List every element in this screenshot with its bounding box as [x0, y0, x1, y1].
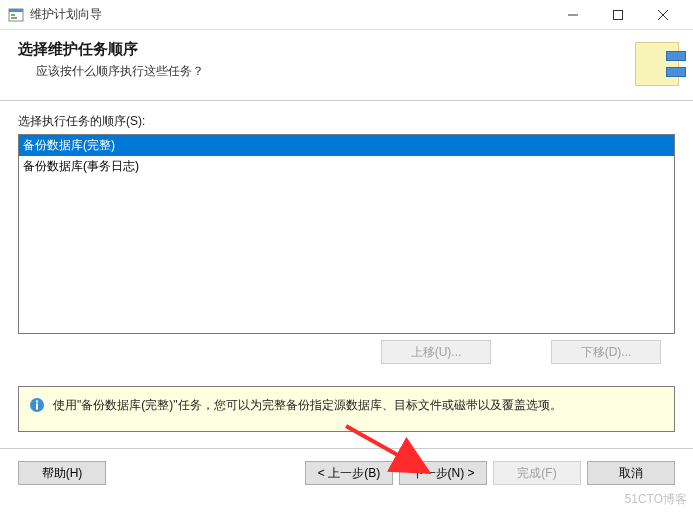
info-text: 使用"备份数据库(完整)"任务，您可以为完整备份指定源数据库、目标文件或磁带以及…	[53, 397, 562, 414]
maximize-button[interactable]	[595, 1, 640, 29]
content-area: 选择执行任务的顺序(S): 备份数据库(完整) 备份数据库(事务日志) 上移(U…	[0, 101, 693, 372]
wizard-header: 选择维护任务顺序 应该按什么顺序执行这些任务？	[0, 30, 693, 101]
list-item[interactable]: 备份数据库(事务日志)	[19, 156, 674, 177]
list-label: 选择执行任务的顺序(S):	[18, 113, 675, 130]
svg-rect-3	[11, 17, 17, 19]
info-box: 使用"备份数据库(完整)"任务，您可以为完整备份指定源数据库、目标文件或磁带以及…	[18, 386, 675, 432]
svg-rect-2	[11, 14, 15, 16]
finish-button[interactable]: 完成(F)	[493, 461, 581, 485]
titlebar: 维护计划向导	[0, 0, 693, 30]
cancel-button[interactable]: 取消	[587, 461, 675, 485]
svg-rect-1	[9, 9, 23, 12]
app-icon	[8, 7, 24, 23]
back-button[interactable]: < 上一步(B)	[305, 461, 393, 485]
page-subtitle: 应该按什么顺序执行这些任务？	[18, 63, 204, 80]
svg-rect-10	[36, 404, 38, 410]
svg-rect-5	[613, 10, 622, 19]
move-down-button[interactable]: 下移(D)...	[551, 340, 661, 364]
task-order-listbox[interactable]: 备份数据库(完整) 备份数据库(事务日志)	[18, 134, 675, 334]
list-item[interactable]: 备份数据库(完整)	[19, 135, 674, 156]
move-up-button[interactable]: 上移(U)...	[381, 340, 491, 364]
page-heading: 选择维护任务顺序	[18, 40, 204, 59]
wizard-icon	[635, 42, 679, 86]
info-icon	[29, 397, 45, 413]
window-controls	[550, 1, 685, 29]
minimize-button[interactable]	[550, 1, 595, 29]
help-button[interactable]: 帮助(H)	[18, 461, 106, 485]
close-button[interactable]	[640, 1, 685, 29]
svg-point-9	[36, 400, 38, 402]
window-title: 维护计划向导	[30, 6, 550, 23]
next-button[interactable]: 下一步(N) >	[399, 461, 487, 485]
wizard-footer: 帮助(H) < 上一步(B) 下一步(N) > 完成(F) 取消	[0, 449, 693, 497]
